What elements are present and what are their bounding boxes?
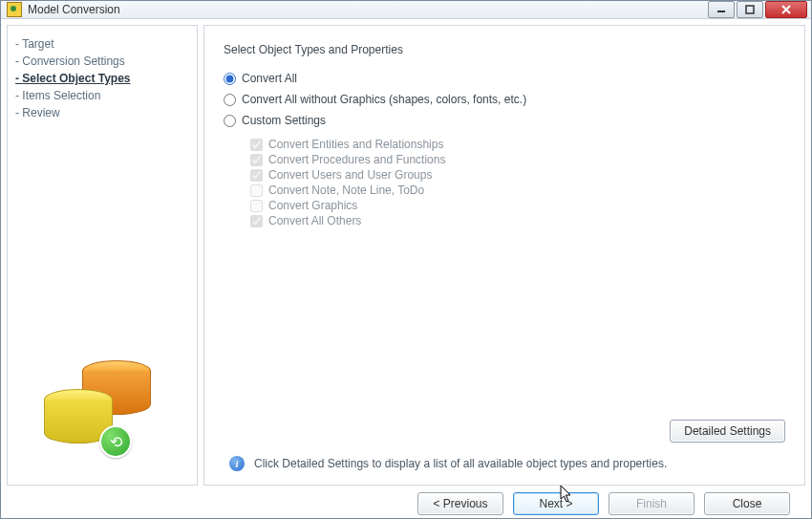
svg-rect-1 [746,6,754,13]
checkbox-label: Convert Users and User Groups [268,168,432,182]
minimize-icon [716,6,726,13]
radio-input[interactable] [224,94,236,106]
dialog-body: - Target - Conversion Settings - Select … [1,19,811,491]
check-note: Convert Note, Note Line, ToDo [250,183,785,198]
titlebar[interactable]: Model Conversion [1,1,811,19]
detailed-settings-row: Detailed Settings [224,420,785,443]
check-all-others: Convert All Others [250,213,785,228]
check-entities: Convert Entities and Relationships [250,137,785,152]
check-users: Convert Users and User Groups [250,167,785,183]
sidebar-item-label: Items Selection [22,89,100,102]
app-icon [7,2,22,17]
sidebar-item-target[interactable]: - Target [15,35,189,53]
main-panel: Select Object Types and Properties Conve… [203,25,805,486]
radio-input[interactable] [224,115,236,127]
radio-label: Convert All without Graphics (shapes, co… [242,93,526,106]
checkbox-label: Convert Note, Note Line, ToDo [268,184,424,197]
close-window-button[interactable] [765,1,807,18]
radio-input[interactable] [224,73,236,85]
check-graphics: Convert Graphics [250,198,785,213]
sidebar-item-label: Conversion Settings [22,54,124,68]
sync-icon: ⟲ [99,425,132,458]
minimize-button[interactable] [708,1,735,18]
close-button[interactable]: Close [704,492,790,515]
close-icon [780,5,792,14]
checkbox-input [250,184,263,197]
previous-button[interactable]: < Previous [417,492,503,515]
radio-custom-settings[interactable]: Custom Settings [224,110,785,131]
sidebar-item-items-selection[interactable]: - Items Selection [15,87,189,104]
window-title: Model Conversion [28,3,708,16]
checkbox-label: Convert Procedures and Functions [268,153,445,166]
checkbox-input [250,154,263,166]
checkbox-input [250,215,263,227]
sidebar-item-conversion-settings[interactable]: - Conversion Settings [15,53,189,70]
checkbox-input [250,169,263,182]
next-button[interactable]: Next > [513,492,599,515]
wizard-footer: < Previous Next > Finish Close [7,491,805,515]
sidebar-item-label: Review [22,106,59,119]
dialog-window: Model Conversion - Target - Conversion S… [0,0,812,519]
sidebar-item-select-object-types[interactable]: - Select Object Types [15,70,189,87]
detailed-settings-button[interactable]: Detailed Settings [670,420,785,443]
info-row: i Click Detailed Settings to display a l… [224,452,785,473]
check-procedures: Convert Procedures and Functions [250,152,785,167]
section-title: Select Object Types and Properties [224,43,785,56]
checkbox-label: Convert All Others [268,214,361,227]
checkbox-input [250,200,263,212]
sidebar-illustration: ⟲ [15,360,189,475]
checkbox-input [250,139,263,151]
radio-convert-all-no-graphics[interactable]: Convert All without Graphics (shapes, co… [224,89,785,110]
sidebar-item-review[interactable]: - Review [15,104,189,121]
radio-convert-all[interactable]: Convert All [224,68,785,89]
window-controls [708,1,807,18]
checkbox-label: Convert Graphics [268,199,357,212]
sidebar-item-label: Target [22,37,53,51]
checkbox-label: Convert Entities and Relationships [268,138,443,151]
maximize-button[interactable] [737,1,763,18]
info-text: Click Detailed Settings to display a lis… [254,457,667,470]
finish-button[interactable]: Finish [609,492,694,515]
radio-label: Convert All [242,72,297,85]
info-icon: i [229,456,245,471]
maximize-icon [745,5,755,14]
wizard-sidebar: - Target - Conversion Settings - Select … [7,25,198,486]
radio-label: Custom Settings [242,114,326,127]
custom-checklist: Convert Entities and Relationships Conve… [250,137,785,228]
sidebar-item-label: Select Object Types [22,72,130,85]
